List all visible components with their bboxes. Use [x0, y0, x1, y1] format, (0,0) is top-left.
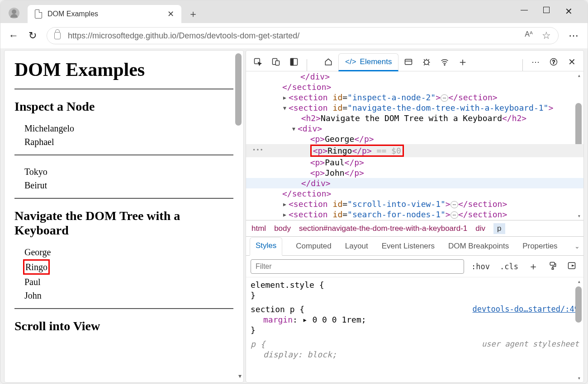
dom-line[interactable]: <p>George</p>	[246, 134, 583, 144]
hov-toggle[interactable]: :hov	[469, 260, 493, 273]
styles-subpanel-tabs: Styles Computed Layout Event Listeners D…	[246, 237, 583, 256]
sources-icon[interactable]	[400, 53, 417, 71]
dom-line-selected[interactable]: <p>Ringo</p> == $0	[246, 144, 583, 157]
layout-tab[interactable]: Layout	[345, 242, 368, 251]
page-scrollbar[interactable]	[235, 53, 242, 126]
crumb[interactable]: html	[251, 224, 266, 233]
browser-tab[interactable]: DOM Examples ✕	[28, 5, 181, 23]
scroll-up-arrow[interactable]: ▴	[578, 278, 581, 285]
dom-line[interactable]: ▾<section id="navigate-the-dom-tree-with…	[246, 103, 583, 113]
dom-line[interactable]: </div>	[246, 71, 583, 82]
back-button[interactable]: ←	[9, 30, 19, 42]
devtools-toolbar: </> Elements ＋ ⋯ ? ✕	[246, 51, 583, 71]
list-item-highlighted: Ringo	[24, 259, 233, 275]
lock-icon	[54, 32, 61, 39]
elements-tab[interactable]: </> Elements	[338, 53, 398, 71]
css-rule[interactable]: element.style {	[251, 280, 579, 290]
svg-rect-4	[291, 59, 294, 66]
css-declaration[interactable]: display: block;	[251, 350, 579, 359]
page-h1: DOM Examples	[14, 59, 233, 80]
computed-toggle-icon[interactable]	[564, 259, 579, 274]
section2-title: Navigate the DOM Tree with a Keyboard	[14, 209, 233, 238]
refresh-button[interactable]: ↻	[28, 30, 37, 42]
svg-rect-11	[550, 262, 555, 265]
dom-line[interactable]: ▸<section id="search-for-nodes-1">⋯</sec…	[246, 209, 583, 220]
dom-tree[interactable]: ▴ ▾ </div> </section> ▸<section id="insp…	[246, 71, 583, 220]
styles-tab[interactable]: Styles	[250, 237, 282, 256]
dock-side-icon[interactable]	[286, 53, 302, 71]
crumb[interactable]: body	[274, 224, 291, 233]
cls-toggle[interactable]: .cls	[497, 260, 521, 273]
window-controls: — ✕	[520, 6, 582, 23]
dom-breakpoints-tab[interactable]: DOM Breakpoints	[448, 242, 509, 251]
crumb[interactable]: div	[475, 224, 485, 233]
code-icon: </>	[345, 57, 356, 66]
computed-tab[interactable]: Computed	[296, 242, 331, 251]
dom-line[interactable]: <h2>Navigate the DOM Tree with a Keyboar…	[246, 113, 583, 123]
scroll-up-arrow[interactable]: ▴	[578, 72, 581, 79]
css-declaration[interactable]: margin: ▸ 0 0 0 1rem;	[251, 315, 579, 324]
browser-titlebar: DOM Examples ✕ ＋ — ✕	[0, 0, 588, 23]
scroll-down-arrow[interactable]: ▾	[578, 213, 581, 219]
dom-line[interactable]: ▾<div>	[246, 123, 583, 134]
divider	[14, 155, 233, 155]
favorite-icon[interactable]: ☆	[542, 30, 551, 42]
css-rule[interactable]: user agent stylesheetp {	[251, 339, 579, 349]
source-link[interactable]: devtools-do…started/:49	[473, 304, 579, 314]
page-scroll-down-arrow[interactable]: ▾	[238, 372, 242, 379]
close-window-button[interactable]: ✕	[564, 6, 573, 17]
styles-filter-input[interactable]	[251, 259, 464, 274]
css-rule[interactable]: devtools-do…started/:49section p {	[251, 304, 579, 314]
welcome-icon[interactable]	[320, 53, 337, 71]
new-tab-button[interactable]: ＋	[185, 6, 201, 22]
crumb-active[interactable]: p	[493, 223, 505, 234]
page-pane: ▾ DOM Examples Inspect a Node Michelange…	[4, 50, 244, 383]
bug-icon[interactable]	[418, 53, 435, 71]
dom-line[interactable]: ▸<section id="inspect-a-node-2">⋯</secti…	[246, 92, 583, 103]
device-emulation-icon[interactable]	[268, 53, 284, 71]
crumb[interactable]: section#navigate-the-dom-tree-with-a-key…	[299, 224, 467, 233]
chevron-down-icon[interactable]: ⌄	[574, 243, 580, 250]
svg-text:?: ?	[552, 59, 555, 65]
ua-label: user agent stylesheet	[482, 339, 579, 348]
inspect-element-icon[interactable]	[250, 53, 266, 71]
profile-avatar[interactable]	[9, 8, 19, 19]
dom-line[interactable]: </section>	[246, 82, 583, 92]
styles-scrollbar[interactable]	[575, 286, 582, 323]
list-item: John	[24, 289, 233, 302]
tab-close-icon[interactable]: ✕	[167, 9, 174, 19]
address-bar[interactable]: https://microsoftedge.github.io/Demos/de…	[47, 27, 559, 44]
maximize-button[interactable]	[543, 7, 550, 13]
properties-tab[interactable]: Properties	[522, 242, 557, 251]
more-tools-icon[interactable]: ＋	[455, 53, 471, 71]
css-rule[interactable]: }	[251, 325, 579, 335]
network-icon[interactable]	[436, 53, 453, 71]
section3-title: Scroll into View	[14, 319, 233, 333]
styles-toolbar: :hov .cls ＋	[246, 256, 583, 277]
paint-icon[interactable]	[545, 259, 560, 274]
section1-title: Inspect a Node	[14, 99, 233, 114]
dom-line[interactable]: </section>	[246, 188, 583, 199]
scroll-down-arrow[interactable]: ▾	[578, 375, 581, 381]
list-item: George	[24, 246, 233, 258]
css-rule[interactable]: }	[251, 290, 579, 300]
svg-point-8	[445, 65, 446, 66]
help-icon[interactable]: ?	[545, 53, 562, 71]
dom-line[interactable]: <p>John</p>	[246, 168, 583, 178]
browser-toolbar: ← ↻ https://microsoftedge.github.io/Demo…	[0, 23, 588, 48]
devtools-pane: </> Elements ＋ ⋯ ? ✕ ▴ ▾ </div> </sectio…	[246, 50, 584, 383]
event-listeners-tab[interactable]: Event Listeners	[382, 242, 435, 251]
svg-point-7	[424, 60, 429, 65]
dom-line[interactable]: </div>	[246, 178, 583, 188]
settings-menu-icon[interactable]: ⋯	[527, 53, 544, 71]
dom-line[interactable]: <p>Paul</p>	[246, 157, 583, 168]
svg-rect-5	[405, 59, 412, 65]
read-aloud-icon[interactable]: Aᴬ	[525, 30, 533, 42]
divider	[14, 198, 233, 199]
list-item: Michelangelo	[24, 122, 233, 135]
new-style-rule-icon[interactable]: ＋	[526, 258, 541, 275]
minimize-button[interactable]: —	[520, 6, 529, 17]
browser-menu-icon[interactable]: ⋯	[569, 30, 579, 42]
dom-line[interactable]: ▸<section id="scroll-into-view-1">⋯</sec…	[246, 199, 583, 209]
close-devtools-icon[interactable]: ✕	[564, 53, 580, 71]
